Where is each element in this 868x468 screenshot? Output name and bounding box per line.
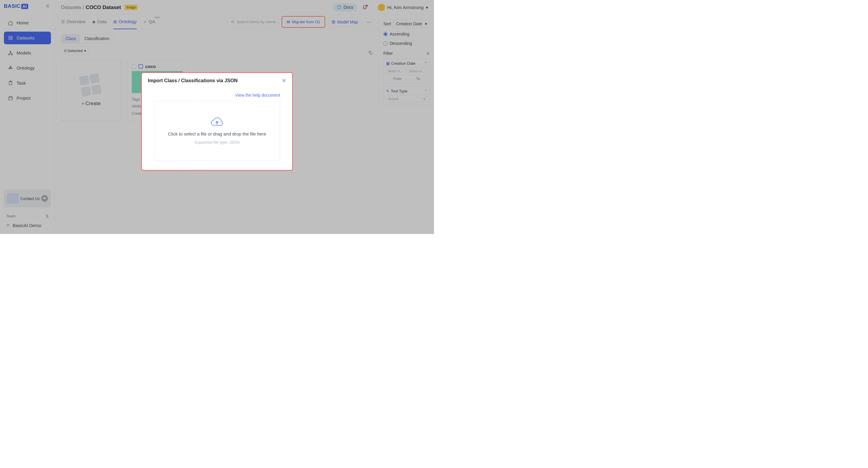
dropzone-subtext: Supported file type: JSON [194,140,240,145]
modal-title: Import Class / Classifications via JSON [148,78,238,83]
dropzone-text: Click to select a file or drag and drop … [168,131,266,137]
import-modal: Import Class / Classifications via JSON … [141,72,293,171]
modal-overlay[interactable]: Import Class / Classifications via JSON … [0,0,434,234]
file-dropzone[interactable]: Click to select a file or drag and drop … [154,101,280,161]
cloud-upload-icon [210,117,224,128]
help-link[interactable]: View the help document [154,93,280,98]
close-icon[interactable]: ✕ [282,77,286,84]
